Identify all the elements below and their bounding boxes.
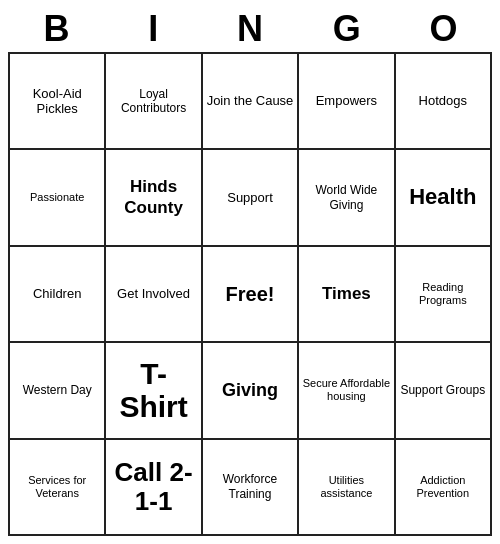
cell-9: Health bbox=[395, 149, 491, 245]
cell-5: Passionate bbox=[9, 149, 105, 245]
cell-10: Children bbox=[9, 246, 105, 342]
cell-12-free: Free! bbox=[202, 246, 298, 342]
cell-4: Hotdogs bbox=[395, 53, 491, 149]
letter-i: I bbox=[105, 8, 202, 50]
cell-15: Western Day bbox=[9, 342, 105, 438]
cell-21: Call 2-1-1 bbox=[105, 439, 201, 535]
cell-7: Support bbox=[202, 149, 298, 245]
cell-0: Kool-Aid Pickles bbox=[9, 53, 105, 149]
cell-24: Addiction Prevention bbox=[395, 439, 491, 535]
cell-2: Join the Cause bbox=[202, 53, 298, 149]
cell-6: Hinds County bbox=[105, 149, 201, 245]
bingo-header: B I N G O bbox=[8, 8, 492, 50]
cell-16: T-Shirt bbox=[105, 342, 201, 438]
cell-13: Times bbox=[298, 246, 394, 342]
cell-11: Get Involved bbox=[105, 246, 201, 342]
cell-22: Workforce Training bbox=[202, 439, 298, 535]
letter-b: B bbox=[8, 8, 105, 50]
letter-o: O bbox=[395, 8, 492, 50]
cell-3: Empowers bbox=[298, 53, 394, 149]
cell-17: Giving bbox=[202, 342, 298, 438]
cell-14: Reading Programs bbox=[395, 246, 491, 342]
bingo-grid: Kool-Aid Pickles Loyal Contributors Join… bbox=[8, 52, 492, 536]
cell-23: Utilities assistance bbox=[298, 439, 394, 535]
cell-20: Services for Veterans bbox=[9, 439, 105, 535]
cell-1: Loyal Contributors bbox=[105, 53, 201, 149]
letter-g: G bbox=[298, 8, 395, 50]
cell-19: Support Groups bbox=[395, 342, 491, 438]
letter-n: N bbox=[202, 8, 299, 50]
cell-18: Secure Affordable housing bbox=[298, 342, 394, 438]
cell-8: World Wide Giving bbox=[298, 149, 394, 245]
